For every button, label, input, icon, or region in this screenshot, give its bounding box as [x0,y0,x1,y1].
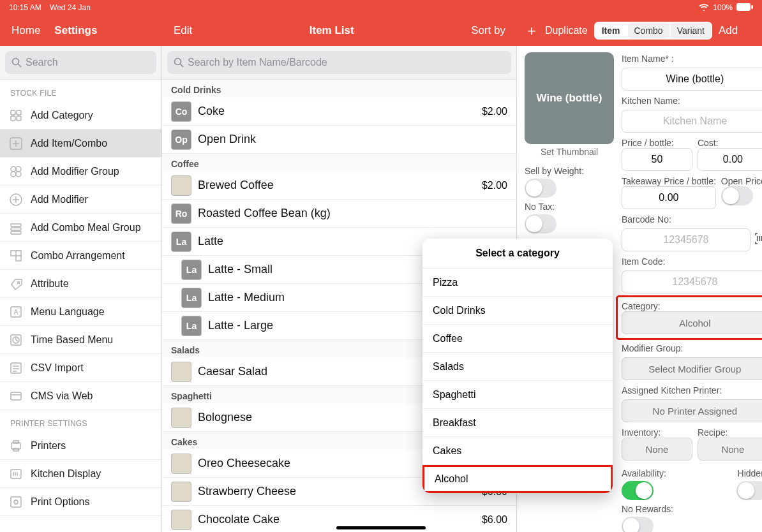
svg-point-11 [11,166,16,172]
nav-sort[interactable]: Sort by [471,24,505,37]
sidebar-icon [9,277,23,291]
svg-rect-7 [17,116,21,121]
input-takeaway[interactable]: 0.00 [622,186,716,209]
svg-line-46 [181,64,184,68]
sidebar-item[interactable]: CSV Import [0,354,161,382]
sidebar-item[interactable]: Kitchen Display [0,460,161,488]
item-name: Coke [198,105,475,118]
sidebar-item[interactable]: CMS via Web [0,382,161,410]
item-search[interactable]: Search by Item Name/Barcode [167,51,511,74]
sidebar-item[interactable]: Attribute [0,270,161,298]
wifi-icon [699,3,709,13]
sidebar-item[interactable]: Add Modifier Group [0,158,161,186]
toggle-sell-weight[interactable] [525,179,557,198]
sidebar-item-label: Add Item/Combo [31,138,107,149]
seg-combo[interactable]: Combo [628,23,669,38]
category-option[interactable]: Pizza [422,269,613,297]
item-price: $2.00 [482,106,507,117]
category-option[interactable]: Cold Drinks [422,297,613,325]
item-row[interactable]: RoRoasted Coffee Bean (kg) [162,200,516,228]
toggle-no-tax[interactable] [525,214,557,233]
svg-point-2 [13,59,19,65]
select-modgroup[interactable]: Select Modifier Group [622,357,762,380]
toggle-hidden[interactable] [736,481,762,500]
group-header: Cold Drinks [162,80,516,98]
item-tile: Ro [171,203,191,224]
nav-home[interactable]: Home [11,24,40,37]
toggle-availability[interactable] [622,481,654,500]
input-cost[interactable]: 0.00 [698,148,762,171]
sidebar-icon [9,165,23,179]
category-option[interactable]: Alcohol [422,465,613,493]
svg-rect-34 [11,392,21,400]
sidebar-item[interactable]: Add Modifier [0,186,161,214]
svg-line-3 [19,64,22,68]
input-item-code[interactable]: 12345678 [622,270,762,293]
input-item-name[interactable]: Wine (bottle) [622,68,762,91]
seg-variant[interactable]: Variant [671,23,711,38]
nav-edit[interactable]: Edit [174,24,192,37]
set-thumbnail[interactable]: Set Thumbnail [525,147,614,157]
nav-row: Home Settings Edit Item List Sort by ＋ D… [0,15,762,46]
item-row[interactable]: OpOpen Drink [162,126,516,154]
lbl-price: Price / bottle: [622,138,692,148]
category-option[interactable]: Cakes [422,437,613,465]
item-row[interactable]: Brewed Coffee$2.00 [162,172,516,200]
sidebar-item[interactable]: Combo Arrangement [0,242,161,270]
sidebar-item[interactable]: Print Options [0,488,161,516]
sidebar-header-printer: PRINTER SETTINGS [0,410,161,432]
home-indicator [336,526,426,529]
sidebar-icon [9,249,23,263]
lbl-item-name: Item Name* : [622,54,762,64]
duplicate-button[interactable]: Duplicate [545,25,588,36]
sidebar-item-label: Time Based Menu [31,334,113,346]
lbl-open-price: Open Price: [721,176,762,186]
category-option[interactable]: Breakfast [422,409,613,437]
sidebar-item-label: Add Category [31,110,93,121]
search-icon [11,57,22,68]
select-inventory[interactable]: None [622,438,692,461]
lbl-recipe: Recipe: [698,427,762,438]
add-button[interactable]: Add [719,24,738,37]
select-category[interactable]: Alcohol [622,311,762,334]
toggle-no-rewards[interactable] [622,517,654,532]
item-row[interactable]: CoCoke$2.00 [162,98,516,126]
input-price[interactable]: 50 [622,148,692,171]
type-segmented[interactable]: Item Combo Variant [594,22,712,40]
item-thumbnail[interactable]: Wine (bottle) [525,52,614,144]
lbl-availability: Availability: [622,468,692,478]
seg-item[interactable]: Item [595,23,627,38]
input-barcode[interactable]: 12345678 [622,228,751,251]
select-recipe[interactable]: None [698,438,762,461]
sidebar-item[interactable]: AMenu Language [0,298,161,326]
sidebar-item-label: CSV Import [31,362,84,374]
nav-settings[interactable]: Settings [54,24,97,37]
toggle-open-price[interactable] [721,186,753,205]
sidebar-item[interactable]: Add Combo Meal Group [0,214,161,242]
category-option[interactable]: Coffee [422,325,613,353]
barcode-scan-icon[interactable] [754,232,762,248]
input-kitchen-name[interactable]: Kitchen Name [622,110,762,133]
plus-icon[interactable]: ＋ [525,21,539,40]
sidebar-item[interactable]: Printers [0,432,161,460]
item-search-placeholder: Search by Item Name/Barcode [188,57,327,68]
sidebar-header-stock: STOCK FILE [0,80,161,101]
item-thumb-icon [171,362,191,382]
item-tile: La [171,232,191,252]
select-printer[interactable]: No Printer Assigned [622,399,762,422]
search-placeholder: Search [26,57,58,68]
category-option[interactable]: Spaghetti [422,381,613,409]
sidebar-item[interactable]: Add Item/Combo [0,129,161,158]
svg-rect-43 [11,497,21,507]
sidebar-icon [9,108,23,122]
sidebar-search[interactable]: Search [5,51,156,74]
svg-rect-18 [11,224,21,226]
sidebar-item[interactable]: Add Category [0,101,161,129]
battery-icon [736,3,753,13]
lbl-modgroup: Modifier Group: [622,343,762,353]
sidebar-item-label: Add Modifier Group [31,166,119,177]
category-option[interactable]: Salads [422,353,613,381]
sidebar-icon [9,137,23,151]
category-section-highlight: Category: Alcohol [618,297,762,338]
sidebar-item[interactable]: Time Based Menu [0,326,161,354]
